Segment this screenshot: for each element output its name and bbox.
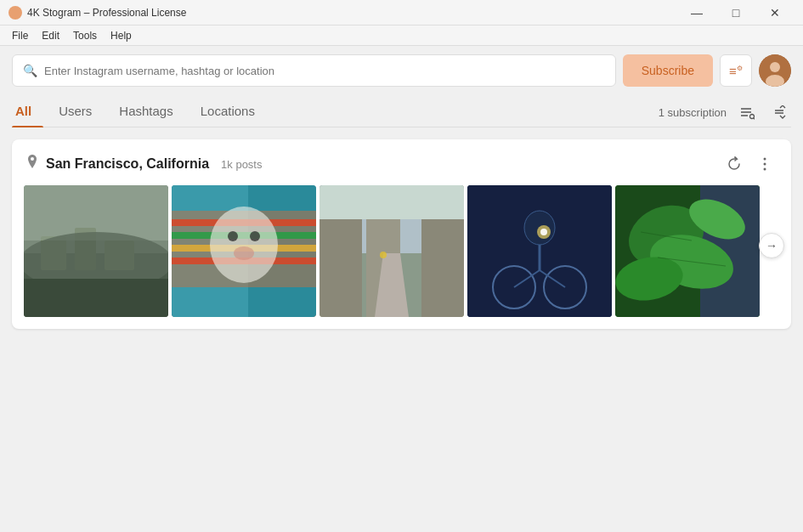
minimize-button[interactable]: —: [677, 0, 716, 25]
window-title: 4K Stogram – Professional License: [27, 7, 677, 19]
svg-rect-37: [421, 207, 464, 317]
tab-all[interactable]: All: [12, 99, 43, 127]
avatar-button[interactable]: [759, 54, 791, 87]
avatar: [759, 54, 791, 87]
post-count: 1k posts: [221, 158, 262, 171]
svg-point-1: [770, 62, 780, 72]
svg-point-10: [31, 157, 34, 161]
menu-tools[interactable]: Tools: [66, 28, 104, 43]
maximize-button[interactable]: □: [716, 0, 755, 25]
svg-rect-35: [320, 202, 362, 317]
svg-point-32: [234, 246, 254, 260]
photo-item[interactable]: [24, 185, 168, 317]
next-photo-button[interactable]: →: [759, 233, 784, 258]
svg-point-6: [750, 114, 755, 118]
tab-users[interactable]: Users: [55, 99, 104, 127]
search-box: 🔍: [12, 54, 616, 87]
subscribe-button[interactable]: Subscribe: [623, 54, 713, 87]
svg-rect-39: [320, 185, 464, 219]
photo-item[interactable]: [467, 185, 612, 317]
tab-locations[interactable]: Locations: [197, 99, 267, 127]
search-icon: 🔍: [23, 64, 37, 77]
svg-line-7: [754, 118, 755, 119]
svg-point-30: [228, 231, 238, 241]
card-header: San Francisco, California 1k posts: [12, 139, 791, 185]
photos-container: →: [12, 185, 791, 329]
location-card: San Francisco, California 1k posts: [12, 139, 791, 329]
svg-point-40: [380, 252, 387, 258]
svg-point-31: [250, 231, 260, 241]
more-options-button[interactable]: [752, 151, 778, 177]
next-arrow-icon: →: [766, 239, 778, 252]
app-body: 🔍 Subscribe ≡⚙ All Users Hashtags Locati…: [0, 46, 803, 337]
refresh-button[interactable]: [721, 151, 747, 177]
close-button[interactable]: ✕: [755, 0, 795, 25]
tabs-row: All Users Hashtags Locations 1 subscript…: [12, 99, 791, 127]
svg-point-12: [764, 163, 766, 166]
app-icon: [8, 6, 22, 20]
svg-point-11: [764, 158, 766, 161]
svg-point-13: [764, 168, 766, 171]
window-controls: — □ ✕: [677, 0, 795, 25]
card-actions: [721, 151, 778, 177]
svg-point-50: [540, 229, 547, 235]
sort-button[interactable]: [767, 101, 791, 125]
location-name: San Francisco, California: [46, 156, 209, 172]
svg-point-29: [210, 207, 278, 283]
menu-help[interactable]: Help: [104, 28, 139, 43]
photo-item[interactable]: [172, 185, 316, 317]
menu-file[interactable]: File: [5, 28, 35, 43]
subscription-count: 1 subscription: [659, 106, 727, 119]
location-pin-icon: [25, 155, 39, 173]
svg-rect-21: [24, 279, 168, 317]
list-search-button[interactable]: [735, 101, 759, 125]
photo-item[interactable]: [615, 185, 760, 317]
tab-hashtags[interactable]: Hashtags: [116, 99, 184, 127]
search-row: 🔍 Subscribe ≡⚙: [12, 54, 791, 87]
title-bar: 4K Stogram – Professional License — □ ✕: [0, 0, 803, 25]
menu-edit[interactable]: Edit: [35, 28, 66, 43]
tabs-right: 1 subscription: [659, 101, 791, 125]
filter-icon: ≡⚙: [729, 64, 743, 78]
search-input[interactable]: [44, 65, 605, 77]
photo-item[interactable]: [320, 185, 464, 317]
filter-button[interactable]: ≡⚙: [720, 54, 752, 87]
menu-bar: File Edit Tools Help: [0, 25, 803, 46]
